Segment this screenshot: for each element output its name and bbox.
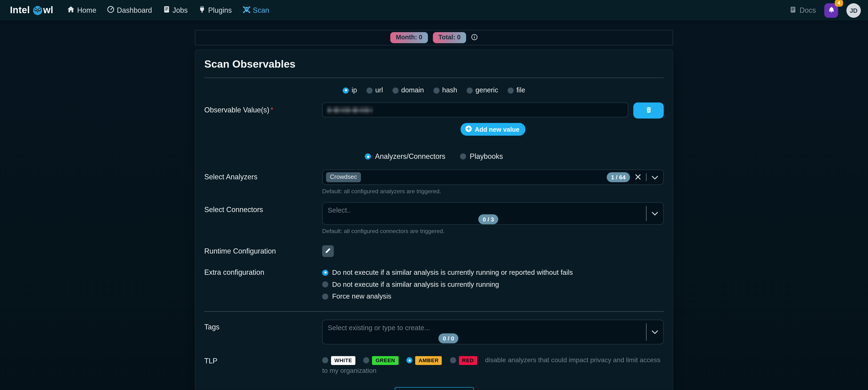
radio-tlp-red[interactable]	[450, 358, 456, 364]
radio-hash[interactable]	[433, 87, 439, 93]
month-count-badge: Month: 0	[390, 32, 428, 43]
type-option-hash[interactable]: hash	[433, 87, 457, 94]
tlp-option-green[interactable]: GREEN	[364, 356, 399, 364]
nav-label: Scan	[253, 6, 269, 14]
nav-links: Home Dashboard Jobs Plugins	[67, 5, 269, 15]
tlp-option-amber[interactable]: AMBER	[406, 356, 442, 364]
docs-link[interactable]: Docs	[789, 6, 816, 15]
bell-icon	[828, 6, 835, 15]
radio-analyzers-connectors[interactable]	[365, 153, 371, 159]
nav-item-dashboard[interactable]: Dashboard	[107, 6, 152, 15]
type-option-ip[interactable]: ip	[343, 87, 357, 94]
nav-item-scan[interactable]: Scan	[242, 5, 269, 15]
tlp-red-badge: RED	[459, 356, 477, 364]
extra-option-force-new[interactable]: Force new analysis	[322, 293, 664, 300]
scan-skull-icon	[242, 5, 251, 15]
tags-select[interactable]: Select existing or type to create... 0 /…	[322, 320, 664, 344]
tlp-option-white[interactable]: WHITE	[322, 356, 355, 364]
nav-item-home[interactable]: Home	[67, 6, 96, 15]
extra-option-no-exec-running[interactable]: Do not execute if a similar analysis is …	[322, 280, 664, 288]
observable-type-radios: ip url domain hash generic	[204, 87, 664, 94]
connectors-select[interactable]: Select.. 0 / 3	[322, 202, 664, 225]
nav-item-plugins[interactable]: Plugins	[198, 6, 232, 15]
plug-icon	[198, 6, 206, 15]
select-connectors-row: Select Connectors Select.. 0 / 3	[204, 202, 664, 234]
edit-runtime-config-button[interactable]	[322, 245, 334, 257]
radio-extra-1[interactable]	[322, 281, 328, 288]
section-divider	[204, 311, 664, 312]
radio-tlp-white[interactable]	[322, 358, 328, 364]
add-new-value-button[interactable]: Add new value	[461, 123, 526, 136]
jobs-icon	[162, 6, 170, 15]
mode-option-playbooks[interactable]: Playbooks	[460, 152, 503, 160]
tlp-amber-badge: AMBER	[415, 356, 442, 364]
clear-x-icon	[635, 173, 641, 181]
type-option-url[interactable]: url	[366, 87, 383, 94]
radio-url[interactable]	[366, 87, 372, 93]
brand-text-wl: wl	[43, 5, 53, 16]
radio-tlp-green[interactable]	[364, 358, 370, 364]
analysis-mode-radios: Analyzers/Connectors Playbooks	[204, 152, 664, 160]
extra-option-no-exec-without-fails[interactable]: Do not execute if a similar analysis is …	[322, 269, 664, 276]
observable-value-row: Observable Value(s)*	[204, 102, 664, 136]
connectors-dropdown-button[interactable]	[647, 209, 663, 217]
tags-dropdown-button[interactable]	[647, 328, 663, 336]
redacted-observable-value	[327, 106, 373, 114]
observable-value-label: Observable Value(s)*	[204, 102, 322, 114]
radio-ip[interactable]	[343, 87, 349, 93]
analyzers-count-badge: 1 / 64	[607, 172, 630, 182]
select-analyzers-row: Select Analyzers Crowdsec 1 / 64	[204, 170, 664, 194]
radio-extra-2[interactable]	[322, 293, 328, 299]
select-connectors-label: Select Connectors	[204, 202, 322, 214]
nav-item-jobs[interactable]: Jobs	[162, 6, 188, 15]
quota-info-button[interactable]	[471, 33, 478, 42]
radio-generic[interactable]	[467, 87, 473, 93]
nav-label: Plugins	[208, 6, 232, 14]
runtime-configuration-row: Runtime Configuration	[204, 245, 664, 257]
brand-text-intel: Intel	[10, 5, 30, 16]
navbar-right: Docs 4 JD	[789, 3, 861, 18]
analyzers-clear-button[interactable]	[630, 173, 646, 181]
brand-logo[interactable]: Intel wl	[10, 5, 53, 16]
analyzers-helper-text: Default: all configured analyzers are tr…	[322, 188, 664, 194]
start-scan-button[interactable]: Start Scan	[394, 387, 473, 390]
trash-icon	[645, 106, 652, 115]
tlp-white-badge: WHITE	[331, 356, 355, 364]
select-analyzers-label: Select Analyzers	[204, 170, 322, 181]
notifications-count-badge: 4	[835, 0, 843, 6]
radio-file[interactable]	[507, 87, 514, 93]
type-option-domain[interactable]: domain	[393, 87, 424, 94]
user-avatar[interactable]: JD	[846, 3, 861, 18]
type-option-generic[interactable]: generic	[467, 87, 498, 94]
tlp-label: TLP	[204, 353, 322, 365]
analyzers-dropdown-button[interactable]	[647, 173, 663, 181]
docs-book-icon	[789, 6, 797, 15]
connectors-count-badge: 0 / 3	[478, 214, 499, 224]
notifications-button[interactable]: 4	[824, 3, 838, 18]
tlp-option-red[interactable]: RED	[450, 356, 477, 364]
quota-stats-bar: Month: 0 Total: 0	[195, 30, 673, 46]
pencil-icon	[325, 247, 331, 255]
nav-label: Jobs	[173, 6, 188, 14]
radio-tlp-amber[interactable]	[406, 358, 412, 364]
tags-placeholder: Select existing or type to create...	[323, 320, 663, 332]
analyzer-chip[interactable]: Crowdsec	[326, 172, 361, 182]
chevron-down-icon	[652, 173, 658, 181]
top-navbar: Intel wl Home	[0, 0, 868, 21]
extra-configuration-label: Extra configuration	[204, 267, 322, 276]
scan-observables-card: Scan Observables ip url domain hash	[195, 49, 673, 390]
connectors-placeholder: Select..	[323, 203, 663, 214]
owl-logo-icon	[33, 5, 43, 15]
mode-option-analyzers-connectors[interactable]: Analyzers/Connectors	[365, 152, 445, 160]
observable-value-input[interactable]	[322, 102, 628, 117]
total-count-badge: Total: 0	[433, 32, 466, 43]
radio-extra-0[interactable]	[322, 269, 328, 275]
dashboard-icon	[107, 6, 115, 15]
nav-label: Home	[77, 6, 96, 14]
type-option-file[interactable]: file	[507, 87, 525, 94]
remove-value-button[interactable]	[633, 102, 664, 119]
radio-domain[interactable]	[393, 87, 399, 93]
main-content: Month: 0 Total: 0 Scan Observables ip ur…	[195, 30, 673, 390]
analyzers-select[interactable]: Crowdsec 1 / 64	[322, 170, 664, 185]
radio-playbooks[interactable]	[460, 153, 466, 159]
